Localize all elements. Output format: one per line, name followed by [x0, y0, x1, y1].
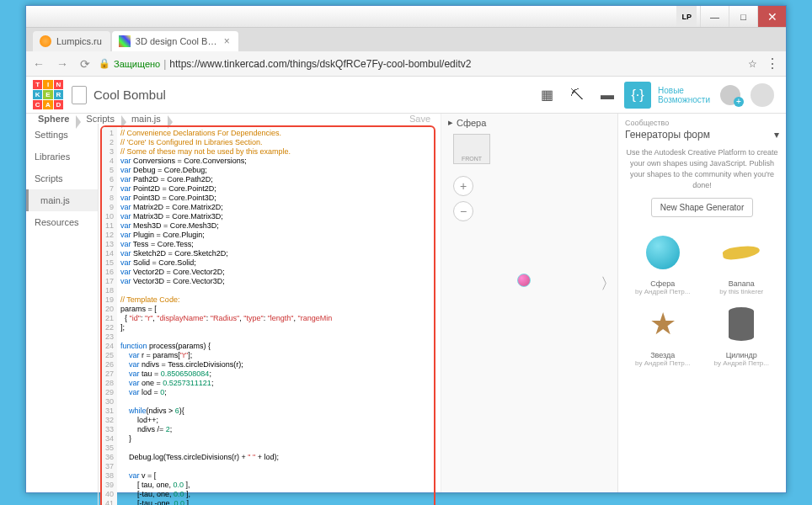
cylinder-icon	[729, 307, 754, 341]
grid-tool-icon[interactable]: ▦	[533, 82, 560, 109]
breadcrumb: Sphere Scripts main.js Save	[26, 114, 441, 124]
browser-window: LP — □ ✕ Lumpics.ru 3D design Cool Bombu…	[25, 5, 787, 493]
menu-icon[interactable]: ⋮	[766, 56, 779, 72]
code-editor[interactable]: 1234567891011121314151617181920212223242…	[100, 125, 435, 505]
shape-cylinder[interactable]: Цилиндр by Андрей Петр...	[704, 299, 780, 367]
shape-star[interactable]: ★ Звезда by Андрей Петр...	[625, 299, 701, 367]
new-features-link[interactable]: Новые Возможности	[658, 86, 710, 104]
code-text[interactable]: // Convenience Declarations For Dependen…	[117, 127, 335, 505]
panel-expand-icon[interactable]: 〉	[601, 274, 616, 294]
reload-button[interactable]: ⟳	[80, 57, 90, 71]
sidenav-settings[interactable]: Settings	[26, 124, 98, 146]
document-icon[interactable]	[72, 86, 87, 104]
url-text: https://www.tinkercad.com/things/dskQfRC…	[169, 58, 471, 70]
shapes-panel: Сообщество Генераторы форм ▾ Use the Aut…	[617, 114, 786, 492]
secure-label: Защищено	[114, 59, 160, 69]
minimize-button[interactable]: —	[700, 6, 729, 27]
maximize-button[interactable]: □	[729, 6, 757, 27]
viewport-3d[interactable]: ▸ Сфера FRONT + − 〉	[441, 114, 617, 492]
chevron-down-icon: ▾	[774, 129, 779, 141]
shapes-grid: Сфера by Андрей Петр... Banana by this t…	[625, 227, 779, 367]
shape-banana[interactable]: Banana by this tinkerer	[704, 227, 780, 295]
sidenav-resources[interactable]: Resources	[26, 211, 98, 233]
viewport-header[interactable]: ▸ Сфера	[448, 117, 486, 128]
panel-header[interactable]: Генераторы форм ▾	[625, 129, 779, 141]
add-user-button[interactable]	[720, 85, 740, 105]
bookmark-icon[interactable]: ☆	[748, 58, 757, 70]
zoom-in-button[interactable]: +	[453, 176, 473, 196]
user-avatar[interactable]	[751, 83, 774, 107]
browser-tabs: Lumpics.ru 3D design Cool Bombul ×	[26, 28, 786, 51]
brick-tool-icon[interactable]: ▬	[594, 82, 621, 109]
sphere-icon	[646, 236, 680, 269]
favicon-icon	[40, 35, 51, 47]
sidenav-libraries[interactable]: Libraries	[26, 146, 98, 167]
content-area: Sphere Scripts main.js Save Settings Lib…	[26, 114, 786, 492]
crumb-sphere[interactable]: Sphere	[33, 114, 81, 124]
sidenav-mainjs[interactable]: main.js	[26, 189, 98, 211]
window-titlebar: LP — □ ✕	[26, 6, 786, 28]
tab-close-icon[interactable]: ×	[224, 35, 230, 47]
editor-sidenav: Settings Libraries Scripts main.js Resou…	[26, 124, 99, 505]
back-button[interactable]: ←	[33, 57, 45, 71]
new-generator-button[interactable]: New Shape Generator	[651, 198, 754, 217]
url-field[interactable]: 🔒 Защищено | https://www.tinkercad.com/t…	[99, 58, 740, 70]
pickaxe-tool-icon[interactable]: ⛏	[564, 82, 590, 109]
tab-tinkercad[interactable]: 3D design Cool Bombul ×	[112, 31, 238, 51]
community-label: Сообщество	[625, 119, 779, 127]
tab-lumpics[interactable]: Lumpics.ru	[33, 31, 110, 51]
tinkercad-logo[interactable]: TINKERCAD	[33, 80, 63, 110]
line-gutter: 1234567891011121314151617181920212223242…	[102, 127, 117, 505]
lp-badge: LP	[676, 6, 697, 27]
editor-body: Settings Libraries Scripts main.js Resou…	[26, 124, 441, 505]
tab-title: 3D design Cool Bombul	[136, 36, 219, 46]
viewcube[interactable]: FRONT	[453, 134, 490, 164]
save-button[interactable]: Save	[409, 114, 430, 124]
shape-sphere[interactable]: Сфера by Андрей Петр...	[625, 227, 701, 295]
design-title[interactable]: Cool Bombul	[93, 88, 532, 102]
star-icon: ★	[648, 309, 678, 339]
address-bar: ← → ⟳ 🔒 Защищено | https://www.tinkercad…	[26, 51, 786, 77]
chevron-right-icon: ▸	[448, 117, 453, 128]
panel-description: Use the Autodesk Creative Platform to cr…	[625, 147, 779, 191]
forward-button[interactable]: →	[56, 57, 68, 71]
close-button[interactable]: ✕	[757, 6, 786, 27]
tab-title: Lumpics.ru	[56, 36, 102, 46]
crumb-main[interactable]: main.js	[126, 114, 173, 124]
nav-buttons: ← → ⟳	[33, 57, 90, 71]
favicon-icon	[119, 35, 131, 47]
crumb-scripts[interactable]: Scripts	[81, 114, 126, 124]
lock-icon: 🔒	[99, 58, 110, 69]
zoom-out-button[interactable]: −	[453, 201, 473, 221]
sidenav-scripts[interactable]: Scripts	[26, 167, 98, 189]
sphere-object[interactable]	[517, 274, 531, 287]
banana-icon	[722, 244, 761, 261]
app-toolbar: TINKERCAD Cool Bombul ▦ ⛏ ▬ {·} Новые Во…	[26, 77, 786, 114]
editor-column: Sphere Scripts main.js Save Settings Lib…	[26, 114, 441, 492]
codeblocks-tool-icon[interactable]: {·}	[624, 82, 651, 109]
